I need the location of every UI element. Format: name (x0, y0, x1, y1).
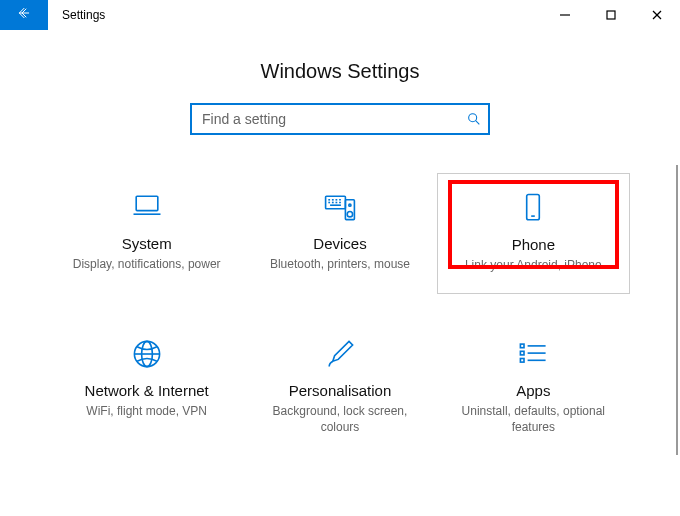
svg-rect-26 (521, 344, 525, 348)
tile-desc: Background, lock screen, colours (260, 403, 420, 435)
arrow-left-icon (16, 5, 32, 25)
search-input[interactable] (190, 103, 490, 135)
search-container (190, 103, 490, 135)
tile-title: Network & Internet (85, 382, 209, 399)
minimize-button[interactable] (542, 0, 588, 30)
tile-network[interactable]: Network & Internet WiFi, flight mode, VP… (50, 320, 243, 455)
svg-rect-27 (521, 351, 525, 355)
tile-title: Apps (516, 382, 550, 399)
maximize-icon (606, 6, 616, 24)
tile-desc: Link your Android, iPhone (465, 257, 602, 273)
close-icon (652, 6, 662, 24)
window-title: Settings (48, 0, 119, 30)
svg-point-20 (349, 204, 351, 206)
phone-icon (515, 190, 551, 226)
back-button[interactable] (0, 0, 48, 30)
minimize-icon (560, 6, 570, 24)
tile-phone[interactable]: Phone Link your Android, iPhone (437, 173, 630, 294)
tile-apps[interactable]: Apps Uninstall, defaults, optional featu… (437, 320, 630, 455)
tile-personalisation[interactable]: Personalisation Background, lock screen,… (243, 320, 436, 455)
paintbrush-icon (322, 336, 358, 372)
svg-rect-2 (607, 11, 615, 19)
svg-rect-28 (521, 359, 525, 363)
maximize-button[interactable] (588, 0, 634, 30)
settings-grid: System Display, notifications, power Dev… (30, 173, 650, 456)
globe-icon (129, 336, 165, 372)
content-area: Windows Settings System Display, notific… (0, 30, 680, 456)
svg-point-19 (347, 212, 352, 217)
tile-devices[interactable]: Devices Bluetooth, printers, mouse (243, 173, 436, 294)
close-button[interactable] (634, 0, 680, 30)
tile-desc: Bluetooth, printers, mouse (270, 256, 410, 272)
scrollbar[interactable] (676, 165, 678, 455)
tile-title: Phone (512, 236, 555, 253)
page-title: Windows Settings (30, 60, 650, 83)
keyboard-speaker-icon (322, 189, 358, 225)
apps-list-icon (515, 336, 551, 372)
titlebar: Settings (0, 0, 680, 30)
tile-title: Personalisation (289, 382, 392, 399)
laptop-icon (129, 189, 165, 225)
tile-title: System (122, 235, 172, 252)
svg-rect-7 (136, 196, 158, 210)
tile-title: Devices (313, 235, 366, 252)
tile-system[interactable]: System Display, notifications, power (50, 173, 243, 294)
tile-desc: Uninstall, defaults, optional features (453, 403, 613, 435)
tile-desc: Display, notifications, power (73, 256, 221, 272)
tile-desc: WiFi, flight mode, VPN (86, 403, 207, 419)
